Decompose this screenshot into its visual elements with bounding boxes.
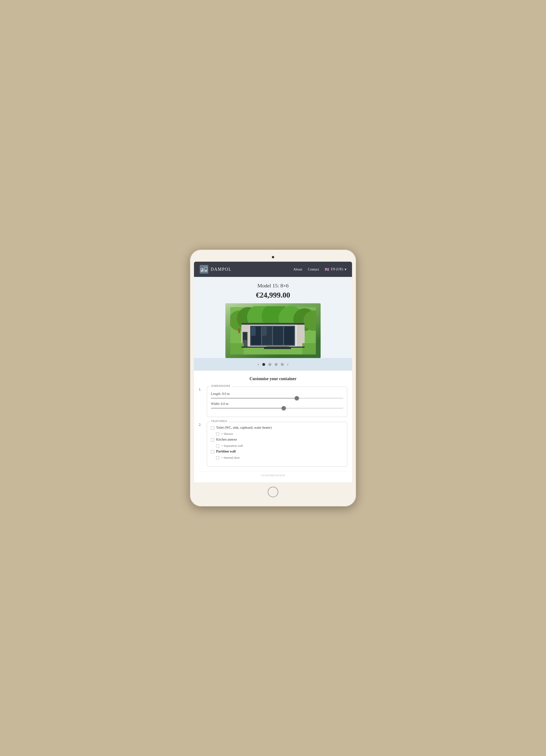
customise-title: Customise your container <box>199 376 347 381</box>
shower-label: + Shower <box>221 432 233 436</box>
svg-rect-26 <box>251 327 255 336</box>
separation-wall-checkbox[interactable] <box>216 444 219 447</box>
svg-rect-18 <box>241 323 305 325</box>
svg-rect-13 <box>238 329 240 333</box>
shower-checkbox[interactable] <box>216 432 219 436</box>
logo-icon <box>200 265 208 274</box>
carousel-dot-1[interactable] <box>262 363 265 366</box>
length-slider[interactable] <box>211 398 343 399</box>
separation-wall-sub-item: + Separation wall <box>216 444 343 448</box>
svg-rect-34 <box>241 346 305 348</box>
carousel-dot-4[interactable] <box>281 363 284 366</box>
svg-rect-27 <box>262 327 267 336</box>
partition-wall-feature-item: Partition wall <box>211 450 343 453</box>
partition-wall-checkbox[interactable] <box>211 450 214 453</box>
svg-rect-4 <box>205 267 207 270</box>
carousel-dot-2[interactable] <box>268 363 271 366</box>
language-label: EN (UK) <box>331 267 343 271</box>
tablet-screen: Dampol About Contact 🇬🇧 EN (UK) ▾ Model … <box>194 262 352 482</box>
tablet-frame: Dampol About Contact 🇬🇧 EN (UK) ▾ Model … <box>190 249 356 507</box>
nav-brand: Dampol <box>211 267 231 272</box>
tablet-camera <box>272 256 274 258</box>
carousel-prev[interactable]: ‹ <box>257 362 259 367</box>
svg-rect-25 <box>284 326 294 345</box>
internal-door-label: + Internal door <box>221 456 240 460</box>
features-card: FEATURES Toilet (WC, sink, cupboard, wat… <box>207 422 347 466</box>
product-image-container <box>225 303 321 358</box>
internal-door-sub-item: + Internal door <box>216 456 343 460</box>
shower-sub-item: + Shower <box>216 432 343 436</box>
dimensions-number: 1. <box>199 387 203 417</box>
toilet-label: Toilet (WC, sink, cupboard, water heater… <box>216 426 271 430</box>
svg-rect-31 <box>243 332 247 340</box>
carousel-next[interactable]: › <box>287 362 289 367</box>
dimensions-label: DIMENSIONS <box>210 384 232 387</box>
product-title: Model 15: 8×6 <box>199 283 347 289</box>
length-slider-thumb[interactable] <box>295 396 299 400</box>
navbar: Dampol About Contact 🇬🇧 EN (UK) ▾ <box>194 262 352 277</box>
home-indicator[interactable] <box>268 487 278 497</box>
svg-rect-33 <box>302 343 316 354</box>
kitchen-label: Kitchen annexe <box>216 438 237 442</box>
length-label: Length: 8.0 m <box>211 392 343 396</box>
separation-wall-label: + Separation wall <box>221 444 243 448</box>
nav-about[interactable]: About <box>293 267 302 271</box>
product-hero: Model 15: 8×6 €24,999.00 <box>194 277 352 358</box>
nav-language[interactable]: 🇬🇧 EN (UK) ▾ <box>325 267 346 272</box>
length-slider-fill <box>211 398 297 399</box>
customisation-hint: CUSTOMISATION <box>199 471 347 477</box>
features-label: FEATURES <box>210 420 228 422</box>
kitchen-checkbox[interactable] <box>211 438 214 442</box>
toilet-checkbox[interactable] <box>211 426 214 430</box>
kitchen-feature-item: Kitchen annexe <box>211 438 343 442</box>
svg-rect-24 <box>273 326 283 345</box>
flag-icon: 🇬🇧 <box>325 267 330 272</box>
toilet-feature-item: Toilet (WC, sink, cupboard, water heater… <box>211 426 343 430</box>
nav-contact[interactable]: Contact <box>308 267 319 271</box>
customise-section: Customise your container 1. DIMENSIONS L… <box>194 371 352 482</box>
svg-rect-32 <box>230 343 244 354</box>
width-slider-fill <box>211 408 284 409</box>
chevron-down-icon: ▾ <box>345 267 346 271</box>
dimensions-card: DIMENSIONS Length: 8.0 m Width: 6.0 m <box>207 387 347 417</box>
product-price: €24,999.00 <box>199 291 347 299</box>
width-label: Width: 6.0 m <box>211 402 343 406</box>
features-number: 2. <box>199 422 203 466</box>
internal-door-checkbox[interactable] <box>216 456 219 459</box>
svg-rect-3 <box>201 269 202 270</box>
width-slider[interactable] <box>211 408 343 409</box>
nav-links: About Contact 🇬🇧 EN (UK) ▾ <box>293 267 346 272</box>
carousel-dot-3[interactable] <box>275 363 278 366</box>
product-image <box>225 303 321 358</box>
nav-logo-area: Dampol <box>200 265 290 274</box>
carousel-controls: ‹ › <box>194 358 352 371</box>
features-block: 2. FEATURES Toilet (WC, sink, cupboard, … <box>199 422 347 466</box>
width-slider-thumb[interactable] <box>282 406 286 410</box>
dimensions-block: 1. DIMENSIONS Length: 8.0 m Width: 6.0 m <box>199 387 347 417</box>
partition-wall-label: Partition wall <box>216 450 235 453</box>
